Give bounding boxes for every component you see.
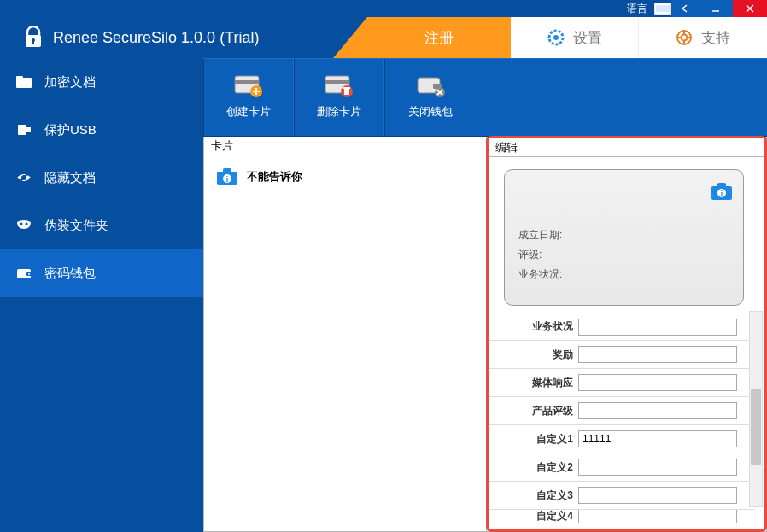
card-list-item[interactable]: i 不能告诉你 [211, 162, 479, 191]
card-preview: i 成立日期: 评级: 业务状况: [504, 169, 744, 306]
card-add-icon [234, 75, 263, 97]
scrollbar-thumb[interactable] [751, 389, 761, 465]
sidebar-item-label: 隐藏文档 [44, 170, 96, 186]
app-title: Renee SecureSilo 1.0.0 (Trial) [53, 29, 259, 47]
form-label: 自定义1 [489, 432, 578, 447]
window-titlebar: 语言 [0, 0, 767, 17]
nav-back-button[interactable] [671, 0, 699, 17]
form-label: 奖励 [489, 348, 578, 362]
app-header: Renee SecureSilo 1.0.0 (Trial) 注册 设置 支持 [0, 17, 767, 58]
form-input-custom4[interactable] [578, 510, 737, 523]
tab-support-label: 支持 [701, 28, 730, 48]
edit-panel: 编辑 i 成立日期: 评级: 业务状况: 业务状况 奖 [486, 136, 767, 532]
svg-text:i: i [226, 175, 229, 184]
sidebar-item-disguise[interactable]: 伪装文件夹 [0, 202, 203, 249]
svg-rect-11 [16, 76, 23, 79]
wallet-close-icon [416, 75, 445, 97]
eye-slash-icon [15, 169, 32, 186]
vertical-scrollbar[interactable] [749, 311, 763, 507]
card-item-label: 不能告诉你 [247, 169, 302, 184]
form-row: 媒体响应 [489, 369, 754, 397]
svg-rect-25 [325, 80, 349, 84]
svg-rect-28 [343, 87, 350, 89]
form-input-custom1[interactable] [578, 430, 737, 447]
form-row: 自定义3 [489, 482, 754, 510]
close-button[interactable] [733, 0, 767, 17]
language-flag-icon[interactable] [654, 3, 671, 15]
app-logo: Renee SecureSilo 1.0.0 (Trial) [0, 26, 259, 49]
delete-card-button[interactable]: 删除卡片 [294, 59, 384, 136]
gear-icon [547, 29, 565, 46]
preview-field-rating: 评级: [518, 248, 729, 262]
card-delete-icon [325, 75, 354, 97]
edit-form: 业务状况 奖励 媒体响应 产品评级 [489, 313, 764, 523]
form-row: 自定义1 [489, 425, 754, 453]
wallet-icon [15, 265, 32, 282]
sidebar-item-label: 加密文档 [44, 74, 96, 91]
lifebuoy-icon [676, 29, 693, 46]
tab-register[interactable]: 注册 [367, 17, 511, 58]
svg-point-20 [28, 273, 30, 275]
form-row: 业务状况 [489, 313, 754, 341]
svg-rect-1 [656, 5, 670, 12]
form-input-custom3[interactable] [578, 487, 737, 504]
preview-field-date: 成立日期: [518, 228, 729, 243]
sidebar-item-hide[interactable]: 隐藏文档 [0, 154, 203, 202]
header-tabs: 注册 设置 支持 [367, 17, 767, 58]
language-label[interactable]: 语言 [627, 2, 647, 16]
svg-point-17 [26, 223, 28, 225]
form-row: 奖励 [489, 341, 754, 369]
sidebar: 加密文档 保护USB 隐藏文档 伪装文件夹 密码钱包 [0, 58, 203, 532]
close-wallet-button[interactable]: 关闭钱包 [384, 59, 475, 136]
svg-point-7 [553, 35, 559, 40]
tab-register-label: 注册 [424, 28, 454, 48]
tool-label: 关闭钱包 [408, 104, 453, 120]
sidebar-item-label: 伪装文件夹 [44, 218, 108, 234]
usb-icon [15, 121, 32, 138]
tab-settings-label: 设置 [573, 28, 602, 48]
form-label: 自定义4 [489, 510, 578, 523]
tool-label: 创建卡片 [226, 104, 271, 120]
form-input-custom2[interactable] [578, 459, 737, 476]
mask-icon [15, 217, 32, 234]
form-label: 业务状况 [489, 319, 578, 334]
form-input-media[interactable] [578, 374, 737, 391]
minimize-button[interactable] [699, 0, 733, 17]
svg-rect-22 [235, 80, 259, 84]
sidebar-item-label: 密码钱包 [44, 266, 96, 282]
form-input-status[interactable] [578, 319, 737, 336]
create-card-button[interactable]: 创建卡片 [203, 59, 294, 136]
sidebar-item-label: 保护USB [44, 122, 97, 138]
edit-panel-header: 编辑 [489, 138, 764, 157]
card-panel: 卡片 i 不能告诉你 [204, 137, 487, 531]
form-label: 产品评级 [489, 404, 578, 418]
form-input-product-rating[interactable] [578, 402, 737, 419]
tab-settings[interactable]: 设置 [511, 17, 639, 58]
svg-point-9 [682, 35, 688, 41]
folder-lock-icon [15, 73, 32, 91]
form-row: 产品评级 [489, 397, 754, 425]
form-label: 自定义2 [489, 460, 578, 475]
sidebar-item-usb[interactable]: 保护USB [0, 106, 203, 154]
svg-rect-33 [223, 168, 231, 173]
card-info-icon: i [216, 167, 238, 186]
svg-rect-5 [32, 41, 34, 44]
sidebar-item-wallet[interactable]: 密码钱包 [0, 249, 203, 297]
tab-support[interactable]: 支持 [639, 17, 767, 58]
toolbar: 创建卡片 删除卡片 关闭钱包 [203, 58, 767, 137]
preview-field-status: 业务状况: [518, 267, 729, 282]
svg-rect-13 [26, 127, 31, 132]
form-input-reward[interactable] [578, 346, 737, 363]
card-info-icon: i [711, 182, 733, 201]
card-panel-header: 卡片 [204, 137, 486, 155]
sidebar-item-encrypt[interactable]: 加密文档 [0, 58, 203, 106]
lock-icon [24, 26, 43, 49]
form-row: 自定义2 [489, 453, 754, 482]
svg-point-16 [20, 223, 23, 225]
svg-rect-27 [344, 89, 349, 95]
tool-label: 删除卡片 [317, 104, 361, 120]
svg-text:i: i [721, 190, 723, 198]
card-list: i 不能告诉你 [204, 155, 486, 531]
form-label: 媒体响应 [489, 376, 578, 390]
svg-rect-12 [18, 125, 26, 135]
